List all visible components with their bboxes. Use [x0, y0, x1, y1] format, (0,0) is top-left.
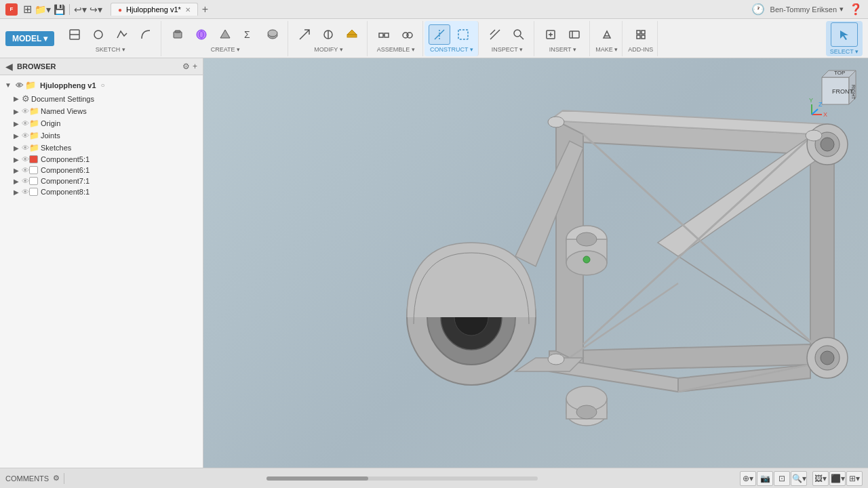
sidebar-header: ◀ BROWSER ⚙ +: [0, 58, 203, 75]
grid-view-btn[interactable]: ⊞▾: [846, 471, 863, 486]
grid-icon[interactable]: ⊞: [23, 3, 32, 16]
tree-item-component6[interactable]: ▶ 👁 Component6:1: [0, 165, 203, 176]
create-tool-4[interactable]: Σ: [238, 24, 260, 45]
move-view-btn[interactable]: ⊕▾: [740, 471, 756, 486]
root-folder-icon: 📁: [25, 80, 36, 90]
tree-item-document-settings[interactable]: ▶ ⚙ Document Settings: [0, 92, 203, 105]
comp7-expand[interactable]: ▶: [11, 178, 22, 185]
create-tool-3[interactable]: [214, 24, 236, 45]
svg-point-68: [821, 351, 834, 365]
tree-item-sketches[interactable]: ▶ 👁 📁 Sketches: [0, 142, 203, 154]
insert-tool-2[interactable]: [564, 24, 585, 45]
svg-rect-13: [347, 35, 357, 37]
doc-expand[interactable]: ▶: [11, 95, 22, 102]
comp8-expand[interactable]: ▶: [11, 188, 22, 196]
redo-btn[interactable]: ↪▾: [90, 4, 102, 15]
zoom-btn[interactable]: 🔍▾: [791, 471, 807, 486]
comments-settings-icon[interactable]: ⚙: [53, 474, 60, 483]
sidebar-settings-icon[interactable]: ⚙: [182, 62, 190, 71]
viewport[interactable]: FRONT TOP RIGHT X Y Z: [203, 58, 868, 468]
create-tool-1[interactable]: [167, 24, 189, 45]
origin-folder-icon: 📁: [29, 119, 39, 128]
tree-root-item[interactable]: ▼ 👁 📁 Hjuloppheng v1 ○: [0, 78, 203, 92]
named-views-folder-icon: 📁: [29, 106, 39, 116]
addins-tool-1[interactable]: [630, 24, 652, 45]
doc-settings-icon: ⚙: [22, 94, 30, 104]
joints-label: Joints: [41, 131, 60, 140]
insert-tool-1[interactable]: [540, 24, 561, 45]
sketches-eye-icon: 👁: [22, 144, 29, 152]
create-tool-5[interactable]: [262, 24, 283, 45]
toolbar: MODEL ▾ SKETCH ▾: [0, 19, 868, 58]
sidebar-collapse-btn[interactable]: ◀: [5, 61, 13, 72]
undo-btn[interactable]: ↩▾: [74, 4, 87, 15]
modify-tool-3[interactable]: [341, 24, 363, 45]
tab-label: Hjuloppheng v1*: [126, 5, 181, 14]
scroll-thumb[interactable]: [267, 476, 368, 481]
bottom-cylinder: [566, 386, 607, 426]
sketch-tool-3[interactable]: [111, 24, 133, 45]
tree-item-joints[interactable]: ▶ 👁 📁 Joints: [0, 129, 203, 142]
file-tab[interactable]: ● Hjuloppheng v1* ✕: [111, 3, 198, 16]
create-tool-2[interactable]: [191, 24, 212, 45]
svg-line-26: [520, 36, 524, 39]
svg-point-57: [576, 232, 597, 246]
capture-btn[interactable]: 📷: [757, 471, 773, 486]
svg-line-20: [435, 30, 444, 39]
origin-expand[interactable]: ▶: [11, 120, 22, 127]
fit-btn[interactable]: ⊡: [774, 471, 790, 486]
close-icon[interactable]: ✕: [185, 6, 191, 14]
select-tool-1[interactable]: [831, 22, 858, 47]
root-expand[interactable]: ▼: [3, 81, 14, 89]
assemble-tool-2[interactable]: [397, 24, 418, 45]
svg-point-69: [548, 117, 564, 127]
horizontal-scrollbar[interactable]: [267, 476, 538, 481]
scrollbar-area: [70, 476, 734, 481]
construct-tool-2[interactable]: [452, 24, 474, 45]
inspect-tool-2[interactable]: [508, 24, 530, 45]
display-mode-btn[interactable]: 🖼▾: [812, 471, 829, 486]
construct-group: CONSTRUCT ▾: [425, 21, 479, 56]
axis-cube[interactable]: FRONT TOP RIGHT X Y Z: [808, 64, 863, 118]
open-file-btn[interactable]: 📁▾: [35, 4, 51, 15]
inspect-tool-1[interactable]: [484, 24, 506, 45]
svg-marker-38: [810, 134, 834, 358]
origin-eye-icon: 👁: [22, 119, 29, 127]
assemble-tool-1[interactable]: [373, 24, 395, 45]
modify-tool-2[interactable]: [317, 24, 339, 45]
tree-item-origin[interactable]: ▶ 👁 📁 Origin: [0, 117, 203, 129]
tree-item-component8[interactable]: ▶ 👁 Component8:1: [0, 186, 203, 197]
svg-line-82: [812, 109, 818, 115]
svg-rect-35: [637, 35, 640, 39]
sketch-tool-1[interactable]: [64, 24, 85, 45]
add-tab-btn[interactable]: +: [198, 3, 212, 16]
user-name: Ben-Tommy Eriksen: [770, 5, 837, 14]
named-views-expand[interactable]: ▶: [11, 108, 22, 115]
modify-tool-1[interactable]: [294, 24, 315, 45]
addins-label: ADD-INS: [628, 46, 653, 53]
construct-tool-1[interactable]: [429, 24, 450, 45]
sketches-label: Sketches: [41, 144, 71, 152]
svg-point-19: [407, 33, 412, 38]
right-mount-bottom: [807, 338, 848, 378]
joints-expand[interactable]: ▶: [11, 132, 22, 140]
sketch-tool-4[interactable]: [135, 24, 157, 45]
tree-item-component5[interactable]: ▶ 👁 Component5:1: [0, 154, 203, 165]
make-tool-1[interactable]: [596, 24, 618, 45]
user-menu[interactable]: Ben-Tommy Eriksen ▾: [770, 5, 844, 14]
model-dropdown[interactable]: MODEL ▾: [5, 31, 54, 46]
tree-item-component7[interactable]: ▶ 👁 Component7:1: [0, 176, 203, 186]
tree-item-named-views[interactable]: ▶ 👁 📁 Named Views: [0, 105, 203, 117]
comp5-expand[interactable]: ▶: [11, 156, 22, 163]
help-icon[interactable]: ❓: [849, 3, 863, 16]
modify-label: MODIFY ▾: [314, 46, 342, 53]
comp7-eye-icon: 👁: [22, 177, 29, 185]
viewport-btn[interactable]: ⬛▾: [829, 471, 846, 486]
svg-rect-15: [379, 33, 383, 37]
sketches-expand[interactable]: ▶: [11, 144, 22, 152]
comp6-expand[interactable]: ▶: [11, 167, 22, 174]
sketch-tool-2[interactable]: [87, 24, 109, 45]
save-btn[interactable]: 💾: [54, 4, 65, 15]
svg-line-23: [490, 30, 500, 39]
sidebar-plus-icon[interactable]: +: [193, 62, 197, 71]
